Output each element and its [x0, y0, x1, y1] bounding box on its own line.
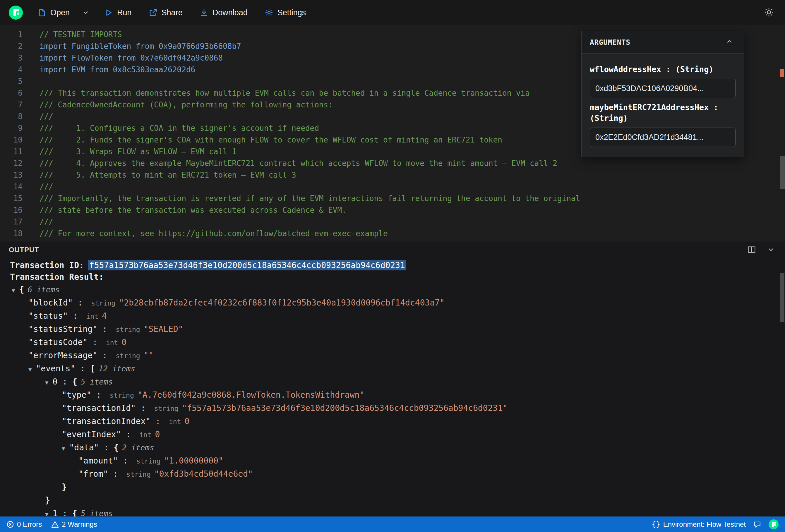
tree-value: "f557a1573b76aa53e73d46f3e10d200d5c18a65…	[182, 403, 508, 413]
tree-key: "transactionIndex"	[62, 416, 150, 426]
split-output-button[interactable]	[746, 244, 757, 256]
argument-input[interactable]	[590, 128, 736, 147]
tree-item-count: 5 items	[81, 509, 113, 516]
collapse-output-button[interactable]	[766, 244, 776, 256]
run-label: Run	[117, 8, 132, 17]
tree-item-count: 5 items	[81, 378, 113, 386]
code-line[interactable]: 15/// Importantly, the transaction is re…	[0, 193, 785, 204]
braces-icon: {}	[652, 520, 660, 529]
code-line[interactable]: 13/// 5. Attempts to mint an ERC721 toke…	[0, 169, 785, 181]
argument-label: maybeMintERC721AddressHex : (String)	[590, 102, 736, 124]
tree-colon: :	[91, 390, 106, 400]
open-label: Open	[50, 8, 70, 17]
collapse-triangle-icon[interactable]: ▼	[45, 508, 48, 516]
tree-colon: :	[121, 430, 136, 439]
tree-row: "status" : int4	[0, 309, 785, 323]
line-number: 14	[0, 181, 23, 193]
tree-colon: :	[99, 443, 114, 452]
gear-icon	[264, 8, 273, 17]
code-line[interactable]: 14///	[0, 181, 785, 193]
code-line[interactable]: 12/// 4. Approves the example MaybeMintE…	[0, 157, 785, 169]
settings-button[interactable]: Settings	[260, 5, 311, 20]
editor-scrollbar-thumb[interactable]	[780, 156, 785, 189]
tree-row: "amount" : string"1.00000000"	[0, 454, 785, 467]
download-button[interactable]: Download	[195, 5, 252, 20]
warnings-status[interactable]: 2 Warnings	[51, 520, 97, 529]
download-icon	[200, 8, 208, 17]
tree-item-count: 12 items	[99, 364, 135, 373]
tree-row: "transactionIndex" : int0	[0, 415, 785, 428]
share-label: Share	[161, 8, 183, 17]
code-line[interactable]: 16/// state before the transaction was e…	[0, 204, 785, 216]
code-text: /// 2. Funds the signer's COA with enoug…	[40, 134, 502, 146]
tree-row: ▼"data" : {2 items	[0, 441, 785, 454]
output-title: OUTPUT	[9, 246, 39, 254]
tree-key: "from"	[78, 469, 108, 479]
line-number: 3	[0, 52, 23, 64]
arguments-collapse-button[interactable]	[723, 36, 736, 49]
comment-link[interactable]: https://github.com/onflow/batched-evm-ex…	[159, 229, 388, 238]
collapse-triangle-icon[interactable]: ▼	[45, 376, 48, 389]
code-text: /// This transaction demonstrates how mu…	[40, 87, 530, 99]
code-text: ///	[40, 110, 53, 122]
line-number: 4	[0, 64, 23, 76]
open-button[interactable]: Open	[33, 5, 74, 20]
line-number: 15	[0, 193, 23, 204]
toolbar-divider	[77, 7, 77, 18]
feedback-icon[interactable]	[753, 521, 761, 528]
line-number: 6	[0, 87, 23, 99]
environment-status[interactable]: {} Environment: Flow Testnet	[652, 520, 746, 529]
tree-row: "blockId" : string"2b28cbfb87da2cfec4f02…	[0, 296, 785, 309]
code-editor[interactable]: 1// TESTNET IMPORTS2import FungibleToken…	[0, 25, 785, 241]
tree-bracket: [	[90, 364, 95, 373]
collapse-triangle-icon[interactable]: ▼	[28, 363, 32, 376]
tree-value-type: int	[139, 431, 152, 439]
file-icon	[37, 8, 46, 17]
run-button[interactable]: Run	[100, 5, 136, 20]
tree-row: ▼{6 items	[0, 283, 785, 296]
warnings-count: 2 Warnings	[62, 520, 97, 529]
tree-row: }	[0, 481, 785, 494]
tree-row: ▼"events" : [12 items	[0, 362, 785, 375]
status-bar: 0 Errors 2 Warnings {} Environment: Flow…	[0, 516, 785, 532]
tree-key: "eventIndex"	[62, 430, 121, 439]
sun-icon	[764, 14, 774, 18]
argument-input[interactable]	[590, 79, 736, 98]
line-number: 5	[0, 76, 23, 87]
code-text: import EVM from 0x8c5303eaa26202d6	[40, 64, 195, 76]
code-line[interactable]: 17///	[0, 216, 785, 228]
environment-label: Environment: Flow Testnet	[663, 520, 746, 529]
open-dropdown-chevron[interactable]	[80, 6, 92, 19]
collapse-triangle-icon[interactable]: ▼	[12, 284, 15, 297]
code-text: ///	[40, 181, 53, 193]
tree-colon: :	[57, 377, 72, 386]
tree-colon: :	[98, 351, 112, 360]
tree-row: "from" : string"0xfd3b4cd50d44e6ed"	[0, 467, 785, 481]
transaction-id-value[interactable]: f557a1573b76aa53e73d46f3e10d200d5c18a653…	[88, 260, 406, 270]
tree-row: ▼1 : {5 items	[0, 507, 785, 516]
tree-value-type: string	[154, 405, 178, 412]
theme-toggle-button[interactable]	[762, 5, 776, 21]
code-text: /// 5. Attempts to mint an ERC721 token …	[40, 169, 296, 181]
share-button[interactable]: Share	[144, 5, 187, 20]
tree-row: }	[0, 494, 785, 507]
errors-status[interactable]: 0 Errors	[6, 520, 42, 529]
tree-colon: :	[68, 311, 83, 321]
tree-value-type: int	[106, 339, 118, 347]
transaction-result-label: Transaction Result:	[0, 271, 785, 283]
tree-colon: :	[150, 416, 166, 426]
code-line[interactable]: 18/// For more context, see https://gith…	[0, 228, 785, 239]
tree-colon: :	[118, 456, 133, 465]
flow-network-badge[interactable]	[768, 520, 779, 529]
code-text: /// CadenceOwnedAccount (COA), performin…	[40, 99, 333, 110]
collapse-triangle-icon[interactable]: ▼	[62, 442, 65, 455]
collapse-chevron-icon	[726, 42, 733, 47]
code-text: import FlowToken from 0x7e60df042a9c0868	[40, 52, 223, 64]
line-number: 12	[0, 157, 23, 169]
output-scrollbar-thumb[interactable]	[780, 273, 784, 322]
play-icon	[104, 8, 113, 17]
tree-colon: :	[57, 509, 72, 516]
output-header: OUTPUT	[0, 242, 785, 258]
tree-key: "data"	[69, 443, 99, 452]
line-number: 17	[0, 216, 23, 228]
